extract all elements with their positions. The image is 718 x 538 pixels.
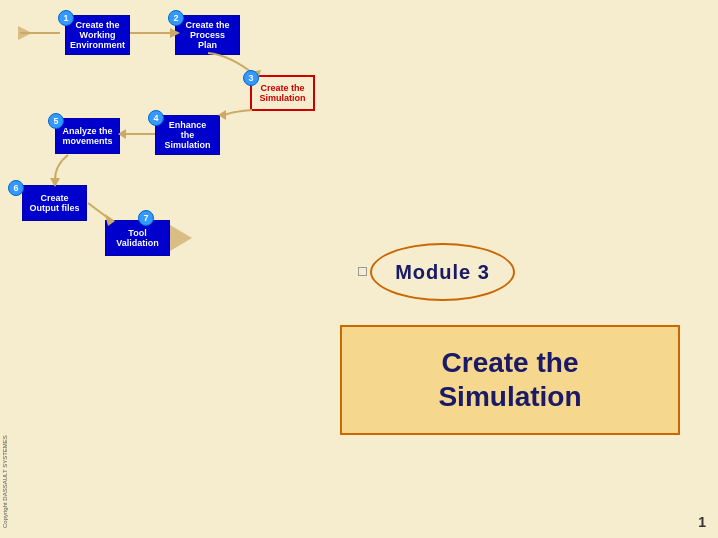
- step-number-6: 6: [8, 180, 24, 196]
- svg-marker-10: [18, 26, 32, 40]
- bullet-indicator: [358, 267, 367, 276]
- title-text: Create the Simulation: [438, 346, 581, 413]
- svg-marker-1: [170, 28, 180, 38]
- module-label: Module 3: [395, 261, 490, 284]
- svg-marker-8: [105, 214, 115, 226]
- svg-marker-3: [218, 110, 226, 120]
- module-oval: Module 3: [370, 243, 515, 301]
- step-number-2: 2: [168, 10, 184, 26]
- copyright-text: Copyright DASSAULT SYSTEMES: [2, 435, 8, 528]
- title-box: Create the Simulation: [340, 325, 680, 435]
- page-number: 1: [698, 514, 706, 530]
- svg-line-7: [88, 203, 108, 218]
- svg-marker-9: [170, 225, 192, 251]
- step-number-5: 5: [48, 113, 64, 129]
- step-number-3: 3: [243, 70, 259, 86]
- svg-marker-5: [118, 129, 126, 139]
- step-number-1: 1: [58, 10, 74, 26]
- step-number-4: 4: [148, 110, 164, 126]
- svg-marker-6: [50, 178, 60, 187]
- step-number-7: 7: [138, 210, 154, 226]
